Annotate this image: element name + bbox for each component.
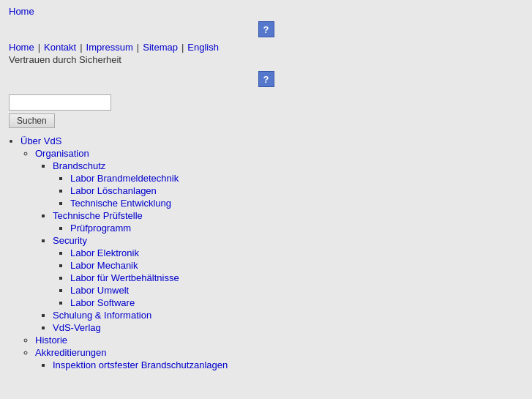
list-item: Labor Software bbox=[70, 297, 523, 308]
nav-bar: Home | Kontakt | Impressum | Sitemap | E… bbox=[9, 42, 523, 53]
ueber-vds-children: Organisation Brandschutz Labor Brandmeld… bbox=[35, 148, 523, 370]
nav-labor-wertbehaeltnisse[interactable]: Labor für Wertbehältnisse bbox=[70, 272, 179, 283]
tagline: Vertrauen durch Sicherheit bbox=[9, 54, 523, 65]
akkreditierungen-children: Inspektion ortsfester Brandschutzanlagen bbox=[53, 359, 523, 370]
list-item: VdS-Verlag bbox=[53, 322, 523, 333]
nav-historie[interactable]: Historie bbox=[35, 335, 67, 346]
nav-sitemap[interactable]: Sitemap bbox=[143, 42, 178, 53]
list-item: Labor Brandmeldetechnik bbox=[70, 173, 523, 184]
nav-inspektion-brandschutzanlagen[interactable]: Inspektion ortsfester Brandschutzanlagen bbox=[53, 359, 228, 370]
nav-labor-elektronik[interactable]: Labor Elektronik bbox=[70, 247, 139, 258]
nav-labor-mechanik[interactable]: Labor Mechanik bbox=[70, 260, 138, 271]
list-item: Historie bbox=[35, 335, 523, 346]
list-item: Labor Löschanlagen bbox=[70, 185, 523, 196]
nav-ueber-vds[interactable]: Über VdS bbox=[20, 135, 61, 146]
list-item: Labor für Wertbehältnisse bbox=[70, 272, 523, 283]
list-item: Technische Entwicklung bbox=[70, 198, 523, 209]
main-nav: Über VdS Organisation Brandschutz Labor … bbox=[20, 135, 523, 370]
middle-logo-area: ? bbox=[9, 71, 523, 87]
nav-home[interactable]: Home bbox=[9, 42, 34, 53]
nav-technische-entwicklung[interactable]: Technische Entwicklung bbox=[70, 198, 171, 209]
list-item: Über VdS Organisation Brandschutz Labor … bbox=[20, 135, 523, 370]
nav-sep-1: | bbox=[38, 42, 40, 53]
middle-logo-broken-image: ? bbox=[258, 71, 274, 87]
list-item: Labor Umwelt bbox=[70, 285, 523, 296]
nav-vds-verlag[interactable]: VdS-Verlag bbox=[53, 322, 101, 333]
organisation-children: Brandschutz Labor Brandmeldetechnik Labo… bbox=[53, 160, 523, 333]
nav-labor-umwelt[interactable]: Labor Umwelt bbox=[70, 285, 129, 296]
list-item: Akkreditierungen Inspektion ortsfester B… bbox=[35, 347, 523, 370]
nav-english[interactable]: English bbox=[187, 42, 219, 53]
nav-organisation[interactable]: Organisation bbox=[35, 148, 89, 159]
search-area: Suchen bbox=[9, 94, 523, 128]
brandschutz-children: Labor Brandmeldetechnik Labor Löschanlag… bbox=[70, 173, 523, 209]
nav-kontakt[interactable]: Kontakt bbox=[44, 42, 76, 53]
nav-pruefprogramm[interactable]: Prüfprogramm bbox=[70, 223, 131, 234]
list-item: Brandschutz Labor Brandmeldetechnik Labo… bbox=[53, 160, 523, 209]
home-link-top[interactable]: Home bbox=[9, 6, 34, 17]
nav-sep-2: | bbox=[80, 42, 82, 53]
list-item: Labor Mechanik bbox=[70, 260, 523, 271]
nav-sep-4: | bbox=[181, 42, 184, 53]
list-item: Prüfprogramm bbox=[70, 223, 523, 234]
nav-security[interactable]: Security bbox=[53, 235, 87, 246]
list-item: Technische Prüfstelle Prüfprogramm bbox=[53, 210, 523, 234]
nav-technische-pruefstelle[interactable]: Technische Prüfstelle bbox=[53, 210, 143, 221]
nav-schulung-information[interactable]: Schulung & Information bbox=[53, 310, 151, 321]
nav-akkreditierungen[interactable]: Akkreditierungen bbox=[35, 347, 107, 358]
list-item: Inspektion ortsfester Brandschutzanlagen bbox=[53, 359, 523, 370]
nav-labor-software[interactable]: Labor Software bbox=[70, 297, 135, 308]
top-logo-broken-image: ? bbox=[258, 21, 274, 37]
nav-sep-3: | bbox=[137, 42, 139, 53]
list-item: Schulung & Information bbox=[53, 310, 523, 321]
list-item: Labor Elektronik bbox=[70, 247, 523, 258]
list-item: Organisation Brandschutz Labor Brandmeld… bbox=[35, 148, 523, 333]
security-children: Labor Elektronik Labor Mechanik Labor fü… bbox=[70, 247, 523, 308]
nav-labor-brandmeldetechnik[interactable]: Labor Brandmeldetechnik bbox=[70, 173, 179, 184]
pruefstelle-children: Prüfprogramm bbox=[70, 223, 523, 234]
nav-labor-loeschanlagen[interactable]: Labor Löschanlagen bbox=[70, 185, 157, 196]
search-input[interactable] bbox=[9, 94, 111, 111]
top-logo-area: ? bbox=[9, 21, 523, 37]
search-button[interactable]: Suchen bbox=[9, 113, 55, 128]
nav-impressum[interactable]: Impressum bbox=[86, 42, 133, 53]
nav-brandschutz[interactable]: Brandschutz bbox=[53, 160, 105, 171]
list-item: Security Labor Elektronik Labor Mechanik… bbox=[53, 235, 523, 308]
